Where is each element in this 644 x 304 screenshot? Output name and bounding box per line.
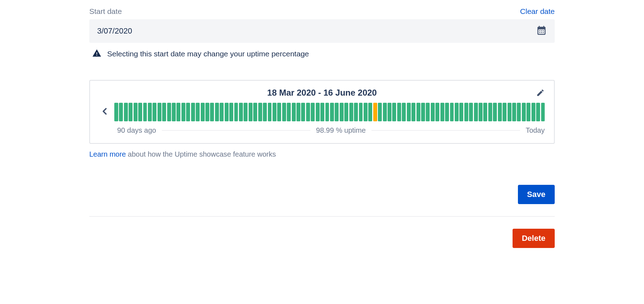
- uptime-bar[interactable]: [340, 103, 344, 121]
- uptime-bar[interactable]: [191, 103, 195, 121]
- uptime-bar[interactable]: [244, 103, 248, 121]
- uptime-bar[interactable]: [253, 103, 257, 121]
- uptime-bar[interactable]: [119, 103, 123, 121]
- uptime-bar[interactable]: [397, 103, 401, 121]
- uptime-bar[interactable]: [325, 103, 329, 121]
- uptime-bar[interactable]: [158, 103, 161, 121]
- uptime-bar[interactable]: [536, 103, 540, 121]
- uptime-bar[interactable]: [282, 103, 286, 121]
- uptime-bar[interactable]: [512, 103, 516, 121]
- uptime-bar[interactable]: [124, 103, 128, 121]
- clear-date-link[interactable]: Clear date: [520, 7, 555, 16]
- uptime-bar[interactable]: [277, 103, 281, 121]
- uptime-bar[interactable]: [239, 103, 243, 121]
- uptime-bar[interactable]: [354, 103, 358, 121]
- uptime-bar[interactable]: [172, 103, 176, 121]
- uptime-bar[interactable]: [296, 103, 300, 121]
- uptime-bar[interactable]: [503, 103, 506, 121]
- uptime-bar[interactable]: [287, 103, 291, 121]
- uptime-bar[interactable]: [392, 103, 396, 121]
- uptime-bar[interactable]: [138, 103, 142, 121]
- uptime-bar[interactable]: [411, 103, 415, 121]
- delete-button[interactable]: Delete: [513, 229, 555, 248]
- uptime-bar[interactable]: [186, 103, 190, 121]
- uptime-bar[interactable]: [215, 103, 219, 121]
- uptime-bar[interactable]: [479, 103, 483, 121]
- uptime-bar[interactable]: [311, 103, 315, 121]
- uptime-bar[interactable]: [383, 103, 387, 121]
- uptime-bar[interactable]: [531, 103, 535, 121]
- uptime-bar[interactable]: [474, 103, 478, 121]
- uptime-bar[interactable]: [426, 103, 430, 121]
- uptime-bar[interactable]: [526, 103, 530, 121]
- uptime-bar[interactable]: [153, 103, 156, 121]
- uptime-bar[interactable]: [455, 103, 459, 121]
- uptime-bar[interactable]: [143, 103, 147, 121]
- uptime-bar[interactable]: [229, 103, 233, 121]
- uptime-bar[interactable]: [522, 103, 526, 121]
- uptime-bar[interactable]: [263, 103, 267, 121]
- uptime-bar[interactable]: [201, 103, 205, 121]
- chevron-left-icon[interactable]: [99, 106, 110, 118]
- uptime-bar[interactable]: [445, 103, 449, 121]
- uptime-bar[interactable]: [483, 103, 487, 121]
- uptime-bar[interactable]: [368, 103, 372, 121]
- uptime-bar[interactable]: [273, 103, 276, 121]
- uptime-bar[interactable]: [249, 103, 253, 121]
- uptime-bar[interactable]: [176, 103, 180, 121]
- uptime-bar[interactable]: [488, 103, 492, 121]
- uptime-bar[interactable]: [469, 103, 473, 121]
- uptime-bar[interactable]: [388, 103, 391, 121]
- uptime-bar[interactable]: [349, 103, 353, 121]
- uptime-bar[interactable]: [320, 103, 324, 121]
- uptime-bar[interactable]: [493, 103, 497, 121]
- uptime-bar[interactable]: [459, 103, 463, 121]
- uptime-bar[interactable]: [421, 103, 425, 121]
- uptime-bar[interactable]: [508, 103, 511, 121]
- uptime-bar[interactable]: [196, 103, 200, 121]
- uptime-bar[interactable]: [373, 103, 377, 121]
- uptime-bar[interactable]: [134, 103, 138, 121]
- uptime-bar[interactable]: [129, 103, 133, 121]
- uptime-bar[interactable]: [306, 103, 310, 121]
- uptime-bar[interactable]: [234, 103, 238, 121]
- uptime-bar[interactable]: [114, 103, 118, 121]
- uptime-bar[interactable]: [416, 103, 420, 121]
- uptime-bar[interactable]: [225, 103, 229, 121]
- uptime-bar[interactable]: [517, 103, 521, 121]
- uptime-bar[interactable]: [407, 103, 411, 121]
- uptime-bar[interactable]: [292, 103, 296, 121]
- uptime-bar[interactable]: [330, 103, 334, 121]
- date-input-container[interactable]: [89, 19, 555, 43]
- uptime-bar[interactable]: [498, 103, 502, 121]
- legend-left: 90 days ago: [117, 126, 156, 135]
- uptime-bar[interactable]: [359, 103, 363, 121]
- uptime-bar[interactable]: [220, 103, 224, 121]
- uptime-bar[interactable]: [435, 103, 439, 121]
- uptime-bar[interactable]: [450, 103, 454, 121]
- start-date-input[interactable]: [97, 26, 536, 36]
- uptime-bar[interactable]: [258, 103, 262, 121]
- uptime-bar[interactable]: [541, 103, 545, 121]
- uptime-bar[interactable]: [162, 103, 166, 121]
- uptime-bar[interactable]: [431, 103, 435, 121]
- uptime-bar[interactable]: [167, 103, 171, 121]
- edit-icon[interactable]: [536, 88, 545, 98]
- uptime-bar[interactable]: [344, 103, 348, 121]
- save-button[interactable]: Save: [518, 185, 555, 204]
- uptime-bar[interactable]: [205, 103, 209, 121]
- uptime-bar[interactable]: [301, 103, 305, 121]
- uptime-bar[interactable]: [378, 103, 382, 121]
- uptime-bar[interactable]: [440, 103, 444, 121]
- uptime-bar[interactable]: [316, 103, 320, 121]
- uptime-bar[interactable]: [210, 103, 214, 121]
- uptime-bar[interactable]: [402, 103, 406, 121]
- uptime-bar[interactable]: [181, 103, 185, 121]
- uptime-bar[interactable]: [268, 103, 272, 121]
- uptime-bar[interactable]: [464, 103, 468, 121]
- uptime-bar[interactable]: [148, 103, 152, 121]
- uptime-bar[interactable]: [364, 103, 368, 121]
- calendar-icon[interactable]: [536, 25, 547, 37]
- uptime-bar[interactable]: [335, 103, 339, 121]
- learn-more-link[interactable]: Learn more: [89, 150, 126, 158]
